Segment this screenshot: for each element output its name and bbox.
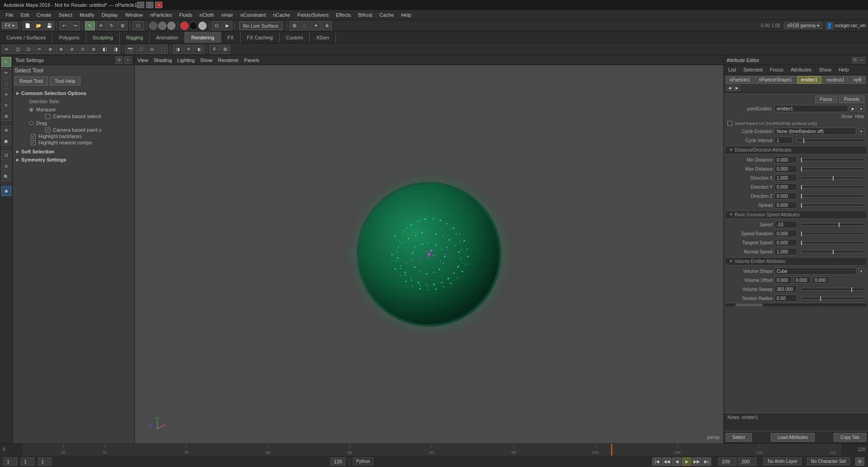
point-emitter-dot-btn[interactable]: ● bbox=[858, 105, 864, 112]
tab-curves-surfaces[interactable]: Curves / Surfaces bbox=[0, 32, 52, 43]
tb2-shade[interactable]: ◑ bbox=[173, 45, 183, 54]
direction-y-slider[interactable] bbox=[801, 186, 864, 188]
menu-file[interactable]: File bbox=[2, 11, 17, 19]
cycle-interval-slider[interactable] bbox=[796, 139, 864, 142]
node-tab-emitter[interactable]: emitter1 bbox=[797, 76, 821, 84]
rotate-tool-left[interactable]: ↻ bbox=[1, 100, 11, 110]
speed-random-slider[interactable] bbox=[801, 232, 864, 235]
direction-y-value[interactable]: 0.000 bbox=[774, 183, 797, 191]
volume-shape-dropdown[interactable]: ▾ bbox=[858, 268, 864, 274]
snap-grid-btn[interactable]: ⊞ bbox=[289, 21, 299, 30]
scale-tool-left[interactable]: ⊞ bbox=[1, 111, 11, 121]
tb2-grid[interactable]: # bbox=[209, 45, 219, 54]
fx-selector[interactable]: FX ▾ bbox=[2, 22, 18, 29]
tb2-btn1[interactable]: ⊳ bbox=[2, 45, 12, 54]
cycle-emission-value[interactable]: None (timeRandom off) bbox=[774, 128, 856, 135]
tb2-hud[interactable]: ⊞ bbox=[220, 45, 230, 54]
volume-offset-z[interactable]: 0.000 bbox=[812, 276, 830, 284]
min-distance-slider[interactable] bbox=[801, 158, 864, 161]
tb2-btn4[interactable]: ✂ bbox=[34, 45, 44, 54]
menu-select[interactable]: Select bbox=[55, 11, 76, 19]
section-radius-value[interactable]: 0.50 bbox=[774, 295, 797, 302]
select-tool[interactable]: ↖ bbox=[1, 57, 11, 67]
drag-radio[interactable]: Drag bbox=[29, 120, 125, 126]
tb2-light[interactable]: ☀ bbox=[184, 45, 193, 54]
playback-start-field[interactable]: 1 bbox=[4, 457, 17, 466]
volume-sweep-value[interactable]: 360.000 bbox=[774, 286, 797, 293]
attr-float-btn[interactable]: ⊡ bbox=[852, 57, 858, 63]
direction-x-value[interactable]: 1.000 bbox=[774, 174, 797, 181]
timeline-ruler[interactable]: 65 70 75 80 85 90 95 100 105 110 bbox=[23, 444, 841, 456]
vp-view-menu[interactable]: View bbox=[137, 57, 148, 63]
volume-offset-y[interactable]: 0.000 bbox=[793, 276, 811, 284]
attr-horizontal-scrollbar[interactable] bbox=[726, 303, 866, 306]
white-circle[interactable] bbox=[198, 22, 207, 30]
volume-offset-x[interactable]: 0.000 bbox=[774, 276, 792, 284]
show-label[interactable]: Show bbox=[841, 114, 852, 119]
ts-float-btn[interactable]: ⊡ bbox=[115, 57, 123, 64]
volume-shape-value[interactable]: Cube bbox=[774, 267, 856, 275]
focus-btn[interactable]: Focus bbox=[815, 95, 837, 103]
cycle-interval-value[interactable]: 1 bbox=[774, 137, 793, 144]
tb2-btn7[interactable]: ⊘ bbox=[67, 45, 77, 54]
direction-z-slider[interactable] bbox=[801, 195, 864, 197]
copy-tab-btn[interactable]: Copy Tab bbox=[834, 433, 866, 442]
attr-tab-selected[interactable]: Selected bbox=[741, 66, 765, 73]
anim-layer-selector[interactable]: No Anim Layer bbox=[764, 457, 802, 465]
black-circle[interactable] bbox=[189, 22, 198, 30]
tangent-speed-slider[interactable] bbox=[801, 241, 864, 244]
node-tab-nparticleshape[interactable]: nParticleShape1 bbox=[755, 76, 796, 84]
play-fwd-btn[interactable]: ▶ bbox=[682, 457, 691, 466]
menu-create[interactable]: Create bbox=[33, 11, 55, 19]
play-back-btn[interactable]: ◀ bbox=[672, 457, 681, 466]
snap-live-btn[interactable]: ◉ bbox=[1, 186, 11, 196]
attr-scroll-thumb[interactable] bbox=[736, 304, 763, 306]
tangent-speed-value[interactable]: 0.000 bbox=[774, 239, 797, 246]
attr-tab-attributes[interactable]: Attributes bbox=[788, 66, 814, 73]
menu-edit[interactable]: Edit bbox=[17, 11, 33, 19]
shelf-btn[interactable]: ⊡ bbox=[212, 21, 222, 30]
point-emitter-arrow-btn[interactable]: ▶ bbox=[850, 105, 856, 112]
speed-value[interactable]: -10 bbox=[774, 221, 797, 228]
gamma-selector[interactable]: sRGB gamma ▾ bbox=[784, 22, 822, 29]
snap-view-btn[interactable]: ⊕ bbox=[322, 21, 332, 30]
speed-slider[interactable] bbox=[801, 223, 864, 226]
open-file-btn[interactable]: 📂 bbox=[33, 21, 43, 30]
tb2-cam1[interactable]: 📷 bbox=[125, 45, 135, 54]
common-selection-section[interactable]: ▶ Common Selection Options bbox=[14, 89, 132, 97]
tb2-btn3[interactable]: ⊡ bbox=[24, 45, 33, 54]
move-tool-left[interactable]: ✛ bbox=[1, 90, 11, 100]
frame-end-field[interactable]: 120 bbox=[330, 457, 345, 466]
soft-mod-btn[interactable]: ⬡ bbox=[132, 21, 144, 30]
tb2-shadows[interactable]: ◐ bbox=[194, 45, 204, 54]
distance-direction-section[interactable]: ▼ Distance/Direction Attributes bbox=[726, 146, 866, 154]
menu-bifrost[interactable]: Bifrost bbox=[354, 11, 376, 19]
node-tab-nparticle[interactable]: nParticle1 bbox=[726, 76, 754, 84]
playback-range-end[interactable]: 200 bbox=[738, 457, 756, 466]
vp-lighting-menu[interactable]: Lighting bbox=[177, 57, 195, 63]
snap-curve-btn[interactable]: ◌ bbox=[300, 21, 310, 30]
camera-based-paint[interactable]: Camera based paint s bbox=[36, 127, 125, 133]
highlight-nearest-item[interactable]: Highlight nearest compo bbox=[22, 139, 125, 146]
tb2-btn5[interactable]: ⊕ bbox=[45, 45, 55, 54]
tool-help-btn[interactable]: Tool Help bbox=[50, 76, 80, 86]
highlight-backfaces-item[interactable]: Highlight backfaces bbox=[22, 133, 125, 139]
settings-btn[interactable]: ⚙ bbox=[855, 457, 864, 466]
vp-shading-menu[interactable]: Shading bbox=[154, 57, 172, 63]
menu-help[interactable]: Help bbox=[397, 11, 415, 19]
viewport-3d[interactable]: persp X Z Y bbox=[135, 65, 723, 443]
tb2-btn10[interactable]: ◧ bbox=[99, 45, 109, 54]
no-live-surface-label[interactable]: No Live Surface bbox=[239, 22, 283, 30]
speed-random-value[interactable]: 0.000 bbox=[774, 230, 797, 237]
camera-based-selection[interactable]: Camera based selecti bbox=[36, 113, 125, 119]
menu-cache[interactable]: Cache bbox=[376, 11, 398, 19]
maximize-button[interactable]: □ bbox=[146, 2, 153, 8]
menu-effects[interactable]: Effects bbox=[332, 11, 354, 19]
hide-label[interactable]: Hide bbox=[855, 114, 864, 119]
section-radius-slider[interactable] bbox=[801, 297, 864, 300]
scale-tool-btn[interactable]: ⊞ bbox=[118, 21, 127, 30]
camera-orbit[interactable]: ◎ bbox=[1, 161, 11, 171]
display-circle-3[interactable] bbox=[167, 22, 175, 30]
tab-custom[interactable]: Custom bbox=[280, 32, 310, 43]
vp-panels-menu[interactable]: Panels bbox=[244, 57, 259, 63]
